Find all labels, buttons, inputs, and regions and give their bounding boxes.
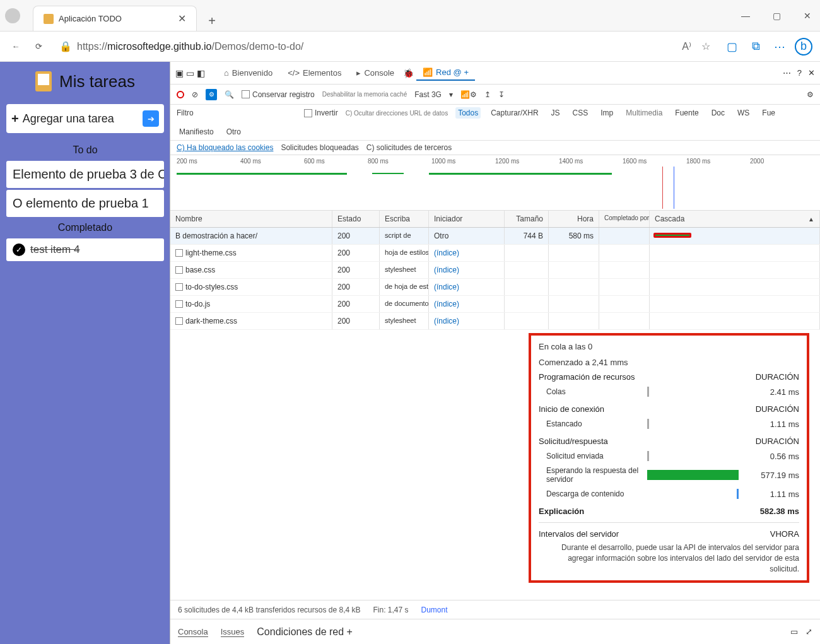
tick: 2000 — [750, 158, 814, 165]
hide-data-urls[interactable]: C) Ocultar direcciones URL de datos — [346, 110, 448, 117]
table-row[interactable]: to-do.js200de documento(índice) — [170, 296, 820, 313]
upload-har-icon[interactable]: ↥ — [484, 90, 491, 99]
sort-icon: ▲ — [808, 216, 814, 223]
col-size[interactable]: Tamaño — [505, 211, 549, 227]
record-button[interactable] — [177, 91, 184, 98]
network-conditions-icon[interactable]: 📶⚙ — [460, 90, 477, 99]
table-row[interactable]: B demostración a hacer/200script deOtro7… — [170, 228, 820, 245]
todo-item[interactable]: O elemento de prueba 1 — [6, 190, 164, 217]
throttling-select[interactable]: Fast 3G — [414, 90, 442, 99]
table-row[interactable]: to-do-styles.css200de hoja de estilo(índ… — [170, 279, 820, 296]
console-icon: ▸ — [356, 68, 361, 78]
started-at: Comenzado a 2,41 mms — [539, 358, 799, 367]
filter-type-manifest[interactable]: Manifiesto — [177, 126, 216, 138]
download-har-icon[interactable]: ↧ — [498, 90, 505, 99]
filter-type-ws[interactable]: WS — [735, 107, 752, 119]
third-party-filter[interactable]: C) solicitudes de terceros — [366, 143, 452, 152]
minimize-button[interactable]: — — [737, 7, 754, 25]
tick: 1200 ms — [495, 158, 559, 165]
queueing-label: Colas — [546, 387, 641, 396]
col-name[interactable]: Nombre — [170, 211, 332, 227]
todo-item[interactable]: Elemento de prueba 3 de O — [6, 161, 164, 188]
filter-input[interactable]: Filtro — [177, 108, 296, 117]
settings-gear-icon[interactable]: ⚙ — [807, 90, 814, 99]
drawer-tab-network-conditions[interactable]: Condiciones de red + — [257, 626, 353, 638]
filter-type-js[interactable]: JS — [549, 107, 563, 119]
waterfall-bar[interactable] — [653, 233, 691, 238]
inspect-icon[interactable]: ▣ — [175, 68, 184, 78]
drawer-tab-issues[interactable]: Issues — [221, 627, 245, 637]
dock-icon[interactable]: ◧ — [197, 68, 205, 78]
browser-tab[interactable]: Aplicación TODO ✕ — [33, 6, 197, 31]
blocked-requests-filter[interactable]: Solicitudes bloqueadas — [281, 143, 358, 152]
table-row[interactable]: base.css200stylesheet(índice) — [170, 262, 820, 279]
help-icon[interactable]: ? — [797, 68, 802, 78]
filter-type-xhr[interactable]: Capturar/XHR — [488, 107, 541, 119]
demo-app: Mis tareas + Agregar una tarea ➔ To do E… — [0, 62, 170, 644]
overview-timeline[interactable]: 200 ms 400 ms 600 ms 800 ms 1000 ms 1200… — [170, 155, 820, 211]
drawer-tab-console[interactable]: Consola — [178, 627, 208, 637]
search-icon[interactable]: 🔍 — [225, 90, 234, 99]
window-close-button[interactable]: ✕ — [800, 7, 815, 25]
filter-type-doc[interactable]: Doc — [709, 107, 727, 119]
todo-section-label: To do — [6, 144, 164, 156]
maximize-button[interactable]: ▢ — [769, 7, 785, 25]
invert-checkbox[interactable]: Invertir — [304, 108, 338, 117]
filter-type-all[interactable]: Todos — [455, 107, 481, 119]
done-item[interactable]: ✓ test item 4 — [6, 238, 164, 261]
section-connection: Inicio de conexión — [539, 404, 604, 414]
code-icon: </> — [288, 68, 300, 78]
read-aloud-icon[interactable]: A⁾ — [682, 40, 691, 52]
address-bar[interactable]: 🔒 https://microsoftedge.github.io/Demos/… — [53, 36, 717, 57]
filter-type-img[interactable]: Imp — [598, 107, 616, 119]
disable-cache-label[interactable]: Deshabilitar la memoria caché — [322, 91, 407, 98]
filter-type-font[interactable]: Fuente — [672, 107, 701, 119]
col-type[interactable]: Escriba — [380, 211, 429, 227]
bug-icon[interactable]: 🐞 — [403, 68, 414, 78]
blocked-cookies-filter[interactable]: C) Ha bloqueado las cookies — [177, 143, 273, 152]
device-icon[interactable]: ▭ — [186, 68, 194, 78]
collections-icon[interactable]: ⧉ — [747, 38, 764, 56]
filter-type-other[interactable]: Otro — [224, 126, 243, 138]
drawer-expand-icon[interactable]: ⤢ — [805, 627, 812, 636]
bing-chat-icon[interactable]: b — [795, 38, 812, 56]
more-tabs-icon[interactable]: ⋯ — [783, 68, 791, 78]
tab-elements[interactable]: </>Elementos — [281, 66, 348, 80]
chevron-down-icon[interactable]: ▾ — [449, 90, 453, 99]
close-icon[interactable]: ✕ — [178, 13, 186, 25]
filter-type-css[interactable]: CSS — [570, 107, 591, 119]
col-completed[interactable]: Completado por — [599, 211, 650, 227]
tick: 1400 ms — [559, 158, 623, 165]
tab-console[interactable]: ▸Console — [350, 66, 401, 80]
col-time[interactable]: Hora — [549, 211, 599, 227]
filter-type-wasm[interactable]: Fue — [759, 107, 778, 119]
tab-network[interactable]: 📶Red @ + — [416, 65, 475, 81]
col-status[interactable]: Estado — [332, 211, 380, 227]
back-button[interactable]: ← — [8, 38, 24, 55]
tick: 1800 ms — [686, 158, 750, 165]
table-row[interactable]: light-theme.css200hoja de estilos(índice… — [170, 245, 820, 262]
new-tab-button[interactable]: + — [202, 11, 222, 31]
filter-toggle-icon[interactable]: ⚙ — [206, 89, 217, 100]
split-screen-icon[interactable]: ▢ — [723, 38, 741, 56]
submit-task-button[interactable]: ➔ — [143, 110, 159, 127]
table-row[interactable]: dark-theme.css200stylesheet(índice) — [170, 313, 820, 330]
refresh-button[interactable]: ⟳ — [30, 38, 47, 55]
close-devtools-icon[interactable]: ✕ — [808, 68, 815, 78]
profile-avatar[interactable] — [5, 8, 20, 23]
preserve-log-checkbox[interactable]: Conservar registro — [242, 90, 315, 99]
tab-favicon — [44, 14, 54, 24]
col-initiator[interactable]: Iniciador — [429, 211, 505, 227]
devtools-tabbar: ▣ ▭ ◧ ⌂Bienvenido </>Elementos ▸Console … — [170, 62, 820, 85]
waiting-label: Esperando la respuesta del servidor — [546, 466, 641, 484]
more-icon[interactable]: ⋯ — [771, 38, 788, 56]
drawer-issues-icon[interactable]: ▭ — [790, 627, 798, 636]
col-waterfall[interactable]: Cascada▲ — [650, 211, 820, 227]
filter-type-media[interactable]: Multimedia — [623, 107, 665, 119]
clear-icon[interactable]: ⊘ — [192, 90, 198, 99]
devtools-drawer: Consola Issues Condiciones de red + ▭ ⤢ — [170, 619, 820, 644]
add-task-input[interactable]: + Agregar una tarea ➔ — [6, 104, 164, 133]
favorite-icon[interactable]: ☆ — [701, 40, 710, 52]
tab-welcome[interactable]: ⌂Bienvenido — [218, 66, 279, 80]
network-toolbar: ⊘ ⚙ 🔍 Conservar registro Deshabilitar la… — [170, 85, 820, 105]
